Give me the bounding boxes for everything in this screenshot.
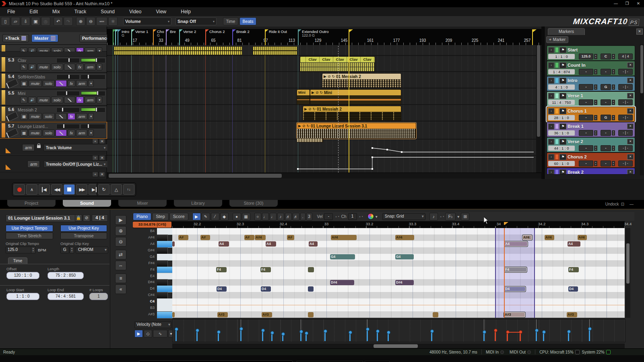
marker-time-field[interactable]: 36 : 1 : 0 (548, 130, 575, 136)
menu-track[interactable]: Track (67, 8, 94, 16)
eighth-note-icon[interactable]: ♪ (277, 213, 284, 220)
marker-key-spinner[interactable]: ▲ ▼ (612, 115, 615, 120)
midi-note[interactable] (308, 267, 314, 272)
solo-button[interactable]: solo (51, 47, 63, 54)
piano-roll-vscroll-thumb[interactable] (626, 243, 630, 284)
lounge-lizard-clip[interactable]: ▶⊘↻01 Lounge Lizard Session 3.1 (297, 123, 416, 139)
menu-mix[interactable]: Mix (45, 8, 67, 16)
markers-tab[interactable]: Markers (548, 28, 585, 35)
orig-key-value[interactable]: G (60, 247, 69, 253)
lane-arm-button[interactable]: arm (22, 144, 35, 151)
marker-expand-button[interactable]: › (548, 108, 554, 114)
tab-store30[interactable]: Store (30) (229, 200, 278, 207)
marker-expand-button[interactable]: › (548, 93, 554, 99)
velocity-type-dropdown[interactable]: Velocity (Note▾ (134, 321, 171, 328)
marker-tempo-spinner[interactable]: ▲ ▼ (594, 54, 597, 59)
menu-edit[interactable]: Edit (22, 8, 45, 16)
mute-button[interactable]: mute (37, 64, 50, 70)
fast-forward-button[interactable]: ▶▶ (76, 184, 87, 195)
arm-button[interactable]: arm (85, 64, 96, 70)
maximize-button[interactable]: ❐ (621, 0, 633, 7)
piano-key-Gs4[interactable]: G#4 (133, 247, 172, 254)
undo-icon[interactable]: ↶ (54, 17, 63, 26)
midi-note[interactable]: F4 (260, 267, 271, 272)
use-project-key-button[interactable]: Use Project Key (60, 225, 107, 232)
fx-button[interactable]: fx (68, 113, 75, 120)
lane-add-button[interactable]: + (92, 172, 98, 177)
mixer-strip-button[interactable]: ≡ (115, 274, 126, 283)
fx-button[interactable]: fx (76, 97, 84, 103)
marker-signature-field[interactable]: - | - (618, 160, 633, 167)
editor-tab-score[interactable]: Score (169, 213, 188, 220)
thirtysecond-note-icon[interactable]: ♬ (293, 213, 299, 220)
velocity-curve-tool[interactable]: ∿ (153, 330, 167, 337)
quarter-note-icon[interactable]: ♩ (270, 213, 277, 220)
midi-note[interactable]: D#4 (395, 280, 414, 285)
midi-note[interactable]: A#3 (217, 312, 228, 317)
marker-time-field[interactable]: 28 : 1 : 0 (548, 115, 575, 120)
track-expand-icon[interactable]: ▾ (97, 47, 102, 54)
track-expand-icon[interactable]: ▾ (97, 64, 102, 70)
midi-note[interactable]: A#4 (255, 235, 266, 240)
clip-play-icon[interactable]: ▶ (298, 124, 301, 128)
add-marker-button[interactable]: +Marker (546, 36, 568, 43)
midi-instrument-icon[interactable] (6, 78, 19, 89)
marker-card-start[interactable]: ›⚑Start1 : 1 : 0125.0▲ ▼C▲ ▼4 | 4 (547, 45, 635, 61)
clip-name-field[interactable]: 01 Lounge Lizard Session 3.1 (6, 214, 76, 222)
monitor-speaker-button[interactable]: 🔊 (28, 64, 36, 70)
mute-button[interactable]: mute (29, 80, 42, 87)
velocity-arrow-tool[interactable]: ▶ (134, 330, 143, 337)
track-expand-icon[interactable]: ▾ (88, 113, 94, 120)
solo-button[interactable]: solo (43, 80, 54, 87)
midi-note[interactable]: A# (244, 235, 254, 240)
tab-mixer[interactable]: Mixer (118, 200, 167, 207)
transpose-button[interactable]: Transpose (60, 232, 107, 239)
marker-close-button[interactable]: ✕ (627, 139, 634, 144)
master-button[interactable]: Master (31, 34, 58, 42)
track-volume-slider[interactable] (56, 107, 80, 113)
midi-note[interactable]: A#4 (545, 235, 554, 240)
marker-time-field[interactable]: 1 : 4 : 874 (548, 69, 575, 74)
marker-tempo-spinner[interactable]: ▲ ▼ (594, 130, 597, 136)
track-volume-slider[interactable] (56, 91, 80, 96)
collapse-panel-button[interactable]: « (115, 284, 126, 294)
midi-note[interactable]: D4 (568, 286, 578, 292)
marker-key-field[interactable]: - (601, 99, 611, 105)
piano-key-B3[interactable]: B3 (133, 305, 172, 311)
midi-note[interactable]: A#3 (262, 312, 272, 317)
piano-key-Ds4[interactable]: D#4 (133, 279, 172, 286)
dotted-note-icon[interactable]: . (300, 213, 305, 220)
close-button[interactable]: ✕ (633, 0, 644, 7)
clip-mute-button[interactable]: ⊘ (83, 214, 90, 222)
wave-strip-clip[interactable] (114, 51, 242, 55)
marker-signature-field[interactable]: - | - (618, 115, 633, 121)
time-stretch-button[interactable]: Time Stretch (6, 232, 53, 239)
monitor-speaker-button[interactable]: 🔊 (28, 97, 36, 103)
midi-note[interactable]: A# (178, 235, 188, 240)
marker-signature-field[interactable]: 4 | 4 (618, 53, 633, 60)
automation-button[interactable] (56, 130, 67, 136)
pencil-tool[interactable]: ✎ (202, 213, 210, 220)
velocity-eraser-tool[interactable]: ◇ (144, 330, 152, 337)
marker-key-spinner[interactable]: ▲ ▼ (612, 84, 615, 90)
track-row-5.5[interactable]: 5.5Mini✎🔊mutesolofxarm▾ (0, 89, 107, 105)
clip-mute-icon[interactable]: ⊘ (328, 74, 331, 78)
snap-grid-dropdown[interactable]: Snap: Grid▾ (382, 213, 425, 220)
marker-key-spinner[interactable]: ▲ ▼ (612, 130, 615, 136)
step-grid-icon[interactable]: ▦ (242, 213, 250, 220)
punch-in-out-button[interactable]: ↑↓ (123, 184, 134, 195)
marker-signature-field[interactable]: - | - (618, 84, 633, 90)
triplet-icon[interactable]: 3 (306, 213, 312, 220)
key-signature-icon[interactable]: F♭ (445, 213, 456, 220)
time-mode-button[interactable]: Time (223, 17, 238, 25)
vel-value[interactable]: - (324, 213, 333, 220)
track-expand-icon[interactable]: ▾ (97, 97, 102, 103)
arm-button[interactable]: arm (76, 130, 87, 136)
automation-lane-1[interactable]: +✕armTremolo On/Off [Lounge Liz...▾ (0, 155, 107, 171)
midi-note[interactable] (308, 312, 314, 317)
automation-param-dropdown[interactable]: Track Volume▾ (43, 144, 108, 151)
track-row-5.4[interactable]: 5.4SoftHornStabs▦mutesolofxarm▾ (0, 73, 107, 89)
timeline-hscroll-thumb[interactable] (109, 174, 282, 178)
midi-note[interactable]: F4 (568, 267, 579, 272)
midi-instrument-icon[interactable] (6, 128, 19, 138)
